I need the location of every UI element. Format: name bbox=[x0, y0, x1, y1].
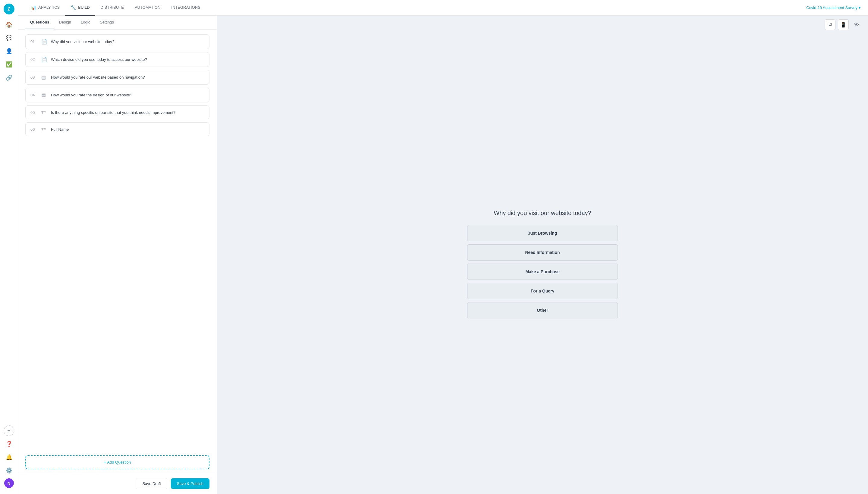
question-num-2: 02 bbox=[31, 57, 38, 62]
preview-question-title: Why did you visit our website today? bbox=[494, 210, 591, 216]
question-card-3[interactable]: 03 ▤ How would you rate our website base… bbox=[25, 70, 209, 84]
question-card-5[interactable]: 05 T≡ Is there anything specific on our … bbox=[25, 106, 209, 119]
preview-option-make-purchase[interactable]: Make a Purchase bbox=[467, 264, 618, 280]
sidebar: Z 🏠 💬 👤 ✅ 🔗 + ❓ 🔔 ⚙️ N bbox=[0, 0, 18, 494]
preview-option-other[interactable]: Other bbox=[467, 302, 618, 318]
question-text-4: How would you rate the design of our web… bbox=[51, 93, 204, 97]
save-draft-button[interactable]: Save Draft bbox=[136, 478, 167, 489]
sidebar-bell-icon[interactable]: 🔔 bbox=[4, 452, 15, 463]
preview-content: Why did you visit our website today? Jus… bbox=[217, 34, 868, 494]
chevron-down-icon: ▾ bbox=[858, 5, 861, 10]
question-card-4[interactable]: 04 ▤ How would you rate the design of ou… bbox=[25, 88, 209, 102]
question-card-6[interactable]: 06 T≡ Full Name bbox=[25, 122, 209, 136]
tablet-view-button[interactable]: 📱 bbox=[838, 19, 849, 30]
main-container: 📊 ANALYTICS 🔧 BUILD DISTRIBUTE AUTOMATIO… bbox=[18, 0, 868, 494]
add-question-button[interactable]: + Add Question bbox=[25, 455, 209, 469]
question-text-6: Full Name bbox=[51, 127, 204, 132]
question-text-3: How would you rate our website based on … bbox=[51, 75, 204, 79]
nav-analytics[interactable]: 📊 ANALYTICS bbox=[25, 0, 65, 16]
question-icon-1: 📄 bbox=[41, 39, 47, 44]
question-card-2[interactable]: 02 📄 Which device did you use today to a… bbox=[25, 52, 209, 67]
questions-footer: Save Draft Save & Publish bbox=[18, 473, 217, 494]
sidebar-item-connections[interactable]: 🔗 bbox=[4, 72, 15, 83]
save-publish-button[interactable]: Save & Publish bbox=[171, 478, 209, 489]
content-area: Questions Design Logic Settings 01 📄 Why… bbox=[18, 16, 868, 494]
preview-toolbar: 🖥 📱 👁 bbox=[217, 16, 868, 34]
preview-eye-button[interactable]: 👁 bbox=[851, 19, 862, 30]
question-num-4: 04 bbox=[31, 93, 38, 97]
tab-logic[interactable]: Logic bbox=[76, 16, 95, 29]
sidebar-help-icon[interactable]: ❓ bbox=[4, 439, 15, 450]
app-logo[interactable]: Z bbox=[4, 4, 15, 15]
top-nav: 📊 ANALYTICS 🔧 BUILD DISTRIBUTE AUTOMATIO… bbox=[18, 0, 868, 16]
question-icon-3: ▤ bbox=[41, 74, 47, 80]
sidebar-settings-icon[interactable]: ⚙️ bbox=[4, 465, 15, 476]
sidebar-item-person[interactable]: 👤 bbox=[4, 46, 15, 57]
questions-list: 01 📄 Why did you visit our website today… bbox=[18, 30, 217, 452]
questions-panel: Questions Design Logic Settings 01 📄 Why… bbox=[18, 16, 217, 494]
nav-distribute[interactable]: DISTRIBUTE bbox=[95, 0, 129, 16]
question-num-1: 01 bbox=[31, 39, 38, 44]
preview-options: Just Browsing Need Information Make a Pu… bbox=[467, 225, 618, 318]
sidebar-item-chat[interactable]: 💬 bbox=[4, 33, 15, 43]
preview-option-just-browsing[interactable]: Just Browsing bbox=[467, 225, 618, 241]
question-num-3: 03 bbox=[31, 75, 38, 79]
user-avatar[interactable]: N bbox=[4, 478, 14, 488]
survey-title[interactable]: Covid-19 Assessment Survey ▾ bbox=[806, 5, 861, 10]
nav-build[interactable]: 🔧 BUILD bbox=[65, 0, 95, 16]
question-text-1: Why did you visit our website today? bbox=[51, 39, 204, 44]
nav-integrations[interactable]: INTEGRATIONS bbox=[166, 0, 206, 16]
question-card-1[interactable]: 01 📄 Why did you visit our website today… bbox=[25, 34, 209, 49]
sidebar-item-checklist[interactable]: ✅ bbox=[4, 59, 15, 70]
analytics-icon: 📊 bbox=[31, 5, 36, 10]
preview-option-need-information[interactable]: Need Information bbox=[467, 244, 618, 261]
build-icon: 🔧 bbox=[71, 5, 76, 10]
question-icon-5: T≡ bbox=[41, 110, 47, 115]
preview-option-for-query[interactable]: For a Query bbox=[467, 283, 618, 299]
tab-design[interactable]: Design bbox=[54, 16, 76, 29]
question-text-2: Which device did you use today to access… bbox=[51, 57, 204, 62]
tab-questions[interactable]: Questions bbox=[25, 16, 54, 29]
nav-automation[interactable]: AUTOMATION bbox=[129, 0, 166, 16]
preview-panel: 🖥 📱 👁 Why did you visit our website toda… bbox=[217, 16, 868, 494]
tab-settings[interactable]: Settings bbox=[95, 16, 119, 29]
question-icon-4: ▤ bbox=[41, 92, 47, 98]
question-num-5: 05 bbox=[31, 110, 38, 115]
question-num-6: 06 bbox=[31, 127, 38, 132]
question-icon-2: 📄 bbox=[41, 57, 47, 62]
sidebar-item-home[interactable]: 🏠 bbox=[4, 19, 15, 30]
sidebar-add-button[interactable]: + bbox=[4, 425, 15, 436]
question-text-5: Is there anything specific on our site t… bbox=[51, 110, 204, 115]
question-icon-6: T≡ bbox=[41, 127, 47, 132]
questions-tabs: Questions Design Logic Settings bbox=[18, 16, 217, 30]
desktop-view-button[interactable]: 🖥 bbox=[825, 19, 835, 30]
